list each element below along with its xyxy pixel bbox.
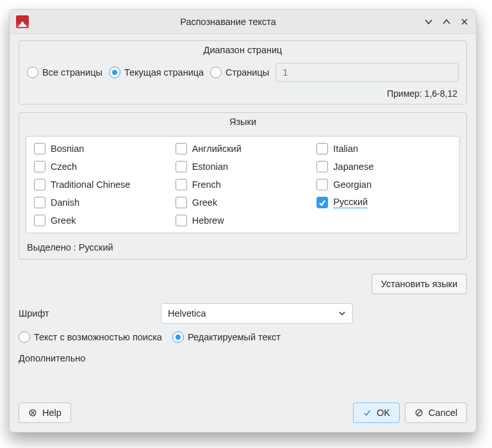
checkbox-icon: [176, 215, 187, 226]
languages-title: Языки: [19, 113, 466, 131]
button-label: Установить языки: [381, 279, 458, 289]
checkbox-icon: [316, 197, 328, 208]
install-languages-button[interactable]: Установить языки: [372, 274, 468, 294]
checkbox-icon: [316, 179, 328, 190]
close-button[interactable]: [459, 17, 470, 27]
ok-button[interactable]: OK: [353, 402, 400, 423]
pages-input[interactable]: [275, 63, 459, 82]
ocr-dialog: Распознавание текста Диапазон страниц Вс…: [9, 9, 477, 433]
selected-prefix: Выделено :: [27, 242, 79, 253]
checkbox-icon: [34, 215, 45, 226]
language-checkbox[interactable]: Danish: [34, 197, 169, 208]
language-checkbox[interactable]: Bosnian: [34, 143, 169, 154]
check-icon: [363, 408, 372, 417]
checkbox-icon: [176, 161, 187, 172]
radio-label: Редактируемый текст: [188, 332, 281, 342]
checkbox-icon: [316, 143, 328, 154]
titlebar: Распознавание текста: [10, 10, 476, 34]
language-checkbox[interactable]: Русский: [316, 197, 452, 208]
cancel-icon: [414, 408, 423, 417]
checkbox-icon: [176, 143, 187, 154]
checkbox-icon: [34, 179, 45, 190]
chevron-down-icon: [338, 310, 346, 317]
language-checkbox[interactable]: Traditional Chinese: [34, 179, 169, 190]
minimize-button[interactable]: [423, 17, 434, 27]
radio-icon: [27, 67, 38, 78]
radio-icon: [19, 331, 30, 343]
language-checkbox[interactable]: Czech: [34, 161, 169, 172]
radio-label: Текущая страница: [124, 67, 204, 78]
languages-group: Языки BosnianАнглийскийItalianCzechEston…: [19, 112, 467, 260]
dialog-content: Диапазон страниц Все страницы Текущая ст…: [10, 34, 476, 432]
language-label: Czech: [51, 162, 77, 172]
language-checkbox[interactable]: Georgian: [316, 179, 452, 190]
maximize-button[interactable]: [441, 17, 452, 27]
radio-pages[interactable]: Страницы: [210, 67, 269, 78]
radio-icon: [172, 331, 184, 343]
radio-label: Текст с возможностью поиска: [34, 332, 162, 342]
language-label: Italian: [333, 144, 358, 154]
font-select[interactable]: Helvetica: [161, 303, 353, 324]
selected-value: Русский: [79, 242, 113, 253]
language-checkbox[interactable]: Greek: [34, 215, 169, 226]
language-label: Greek: [192, 197, 218, 208]
font-value: Helvetica: [168, 308, 206, 319]
advanced-link[interactable]: Дополнительно: [19, 345, 467, 369]
language-label: Estonian: [192, 162, 228, 172]
app-icon: [16, 15, 29, 28]
window-title: Распознавание текста: [33, 17, 423, 27]
checkbox-icon: [34, 197, 45, 208]
language-checkbox[interactable]: Estonian: [176, 161, 311, 172]
window-buttons: [423, 17, 470, 27]
radio-current-page[interactable]: Текущая страница: [109, 67, 204, 78]
checkbox-icon: [316, 161, 328, 172]
language-checkbox[interactable]: Greek: [176, 197, 311, 208]
language-label: Английский: [192, 144, 242, 154]
language-checkbox[interactable]: Английский: [176, 143, 311, 154]
language-label: Japanese: [333, 162, 373, 172]
font-label: Шрифт: [19, 308, 153, 319]
language-checkbox[interactable]: Italian: [316, 143, 452, 154]
language-checkbox[interactable]: French: [176, 179, 311, 190]
radio-all-pages[interactable]: Все страницы: [27, 67, 102, 78]
help-button[interactable]: Help: [19, 402, 71, 423]
button-label: OK: [377, 408, 390, 418]
checkbox-icon: [34, 161, 45, 172]
radio-searchable-text[interactable]: Текст с возможностью поиска: [19, 331, 162, 343]
checkbox-icon: [176, 197, 187, 208]
language-label: Русский: [333, 197, 368, 208]
help-icon: [28, 408, 37, 417]
language-label: Hebrew: [192, 215, 224, 226]
button-label: Cancel: [429, 408, 457, 418]
button-label: Help: [42, 408, 62, 418]
radio-editable-text[interactable]: Редактируемый текст: [172, 331, 281, 343]
selected-language-line: Выделено : Русский: [19, 237, 466, 258]
svg-line-6: [417, 411, 421, 415]
language-label: Georgian: [333, 179, 372, 190]
radio-icon: [210, 67, 222, 78]
language-checkbox[interactable]: Japanese: [316, 161, 452, 172]
cancel-button[interactable]: Cancel: [405, 402, 467, 423]
radio-icon: [109, 67, 120, 78]
language-checkbox[interactable]: Hebrew: [176, 215, 311, 226]
language-label: French: [192, 179, 221, 190]
pages-example: Пример: 1,6-8,12: [19, 86, 466, 104]
page-range-group: Диапазон страниц Все страницы Текущая ст…: [19, 40, 467, 104]
radio-label: Все страницы: [42, 67, 102, 78]
page-range-title: Диапазон страниц: [19, 41, 466, 59]
language-label: Bosnian: [51, 144, 84, 154]
language-label: Danish: [51, 197, 79, 208]
checkbox-icon: [34, 143, 45, 154]
radio-label: Страницы: [226, 67, 269, 78]
language-label: Traditional Chinese: [51, 179, 130, 190]
checkbox-icon: [176, 179, 187, 190]
languages-list: BosnianАнглийскийItalianCzechEstonianJap…: [26, 136, 460, 233]
language-label: Greek: [51, 215, 76, 226]
dialog-footer: Help OK Cancel: [19, 395, 467, 423]
